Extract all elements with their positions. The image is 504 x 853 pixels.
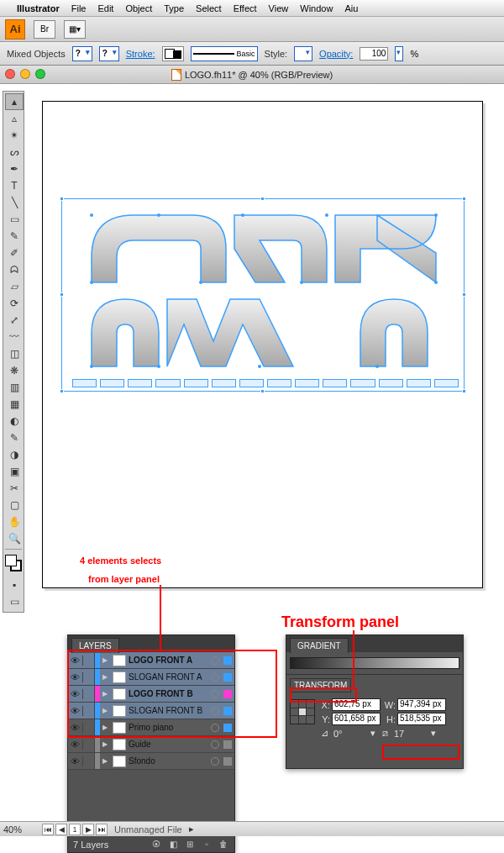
blend-tool-icon[interactable]: ◑	[5, 446, 24, 463]
lock-cell[interactable]	[83, 652, 95, 668]
column-graph-tool-icon[interactable]: ▥	[5, 379, 24, 396]
layer-name[interactable]: SLOGAN FRONT B	[129, 706, 209, 715]
menu-view[interactable]: View	[269, 3, 289, 13]
layers-tab[interactable]: LAYERS	[71, 638, 119, 653]
disclosure-icon[interactable]: ▶	[100, 757, 110, 765]
opacity-input[interactable]	[360, 47, 388, 61]
new-sublayer-icon[interactable]: ⊞	[184, 839, 196, 850]
menu-help[interactable]: Aiu	[344, 3, 358, 13]
pencil-tool-icon[interactable]: ✐	[5, 245, 24, 261]
status-dropdown-icon[interactable]: ▸	[189, 824, 194, 835]
page-input[interactable]: 1	[69, 824, 81, 835]
blob-brush-tool-icon[interactable]: ᗣ	[5, 261, 24, 278]
layer-row[interactable]: 👁▶SLOGAN FRONT B	[68, 703, 234, 719]
mesh-tool-icon[interactable]: ▦	[5, 396, 24, 413]
lasso-tool-icon[interactable]: ᔕ	[5, 144, 24, 161]
live-paint-tool-icon[interactable]: ▣	[5, 463, 24, 480]
target-icon[interactable]	[211, 673, 219, 682]
lock-cell[interactable]	[83, 703, 95, 719]
layer-name[interactable]: LOGO FRONT B	[129, 689, 209, 698]
visibility-icon[interactable]: 👁	[68, 756, 83, 766]
fill-stroke-icon[interactable]	[5, 555, 24, 573]
bridge-icon[interactable]: Br	[34, 20, 55, 39]
zoom-tool-icon[interactable]: 🔍	[5, 530, 24, 547]
menu-select[interactable]: Select	[196, 3, 222, 13]
x-input[interactable]: 602,75 px	[332, 698, 381, 711]
opacity-link[interactable]: Opacity:	[319, 49, 353, 59]
layer-name[interactable]: Primo piano	[129, 723, 209, 732]
menu-illustrator[interactable]: Illustrator	[17, 3, 60, 13]
next-icon[interactable]: ▶	[82, 824, 94, 835]
make-clipping-mask-icon[interactable]: ◧	[167, 839, 179, 850]
gradient-slider[interactable]	[290, 657, 459, 669]
paintbrush-tool-icon[interactable]: ✎	[5, 228, 24, 245]
visibility-icon[interactable]: 👁	[68, 689, 83, 699]
arrange-icon[interactable]: ▦▾	[64, 20, 86, 39]
rotate-input[interactable]: 0°	[333, 729, 367, 739]
menu-object[interactable]: Object	[125, 3, 152, 13]
shear-input[interactable]: 17	[394, 729, 428, 739]
disclosure-icon[interactable]: ▶	[100, 707, 110, 714]
locate-object-icon[interactable]: ⦿	[150, 839, 162, 850]
delete-layer-icon[interactable]: 🗑	[218, 839, 229, 850]
magic-wand-tool-icon[interactable]: ✴	[5, 127, 24, 144]
line-tool-icon[interactable]: ╲	[5, 194, 24, 211]
target-icon[interactable]	[211, 656, 219, 665]
disclosure-icon[interactable]: ▶	[100, 724, 110, 731]
zoom-icon[interactable]	[35, 69, 45, 79]
gradient-transform-panel[interactable]: GRADIENT TRANSFORM X:602,75 px Y:601,658…	[286, 634, 464, 769]
slice-tool-icon[interactable]: ✂	[5, 480, 24, 497]
scale-tool-icon[interactable]: ⤢	[5, 312, 24, 329]
h-input[interactable]: 518,535 px	[397, 713, 446, 725]
rotate-dropdown[interactable]: ▾	[370, 728, 375, 739]
menu-type[interactable]: Type	[164, 3, 184, 13]
menu-edit[interactable]: Edit	[97, 3, 113, 13]
visibility-icon[interactable]: 👁	[68, 723, 83, 733]
visibility-icon[interactable]: 👁	[68, 706, 83, 716]
opacity-dropdown[interactable]	[395, 46, 403, 61]
layer-row[interactable]: 👁▶LOGO FRONT B	[68, 686, 234, 703]
pen-tool-icon[interactable]: ✒	[5, 161, 24, 177]
new-layer-icon[interactable]: ▫	[201, 839, 213, 850]
color-mode-icon[interactable]: ▪	[5, 577, 24, 593]
layers-panel[interactable]: LAYERS 👁▶LOGO FRONT A👁▶SLOGAN FRONT A👁▶L…	[67, 634, 235, 853]
target-icon[interactable]	[211, 757, 219, 766]
target-icon[interactable]	[211, 740, 219, 749]
layer-row[interactable]: 👁▶Primo piano	[68, 719, 234, 736]
prev-icon[interactable]: ◀	[55, 824, 67, 835]
menu-effect[interactable]: Effect	[234, 3, 257, 13]
free-transform-tool-icon[interactable]: ◫	[5, 345, 24, 362]
hand-tool-icon[interactable]: ✋	[5, 513, 24, 530]
layer-name[interactable]: Guide	[129, 740, 209, 749]
layer-row[interactable]: 👁▶LOGO FRONT A	[68, 652, 234, 669]
visibility-icon[interactable]: 👁	[68, 740, 83, 750]
layer-row[interactable]: 👁▶SLOGAN FRONT A	[68, 669, 234, 686]
lock-cell[interactable]	[83, 719, 95, 735]
artboard-nav[interactable]: ⏮ ◀ 1 ▶ ⏭	[42, 824, 108, 835]
symbol-sprayer-tool-icon[interactable]: ❋	[5, 362, 24, 379]
eraser-tool-icon[interactable]: ▱	[5, 278, 24, 295]
lock-cell[interactable]	[83, 736, 95, 752]
reference-point-selector[interactable]	[290, 699, 315, 724]
target-icon[interactable]	[211, 724, 219, 732]
layer-name[interactable]: LOGO FRONT A	[129, 656, 209, 665]
disclosure-icon[interactable]: ▶	[100, 690, 110, 698]
selection-bounding-box[interactable]	[61, 198, 465, 392]
visibility-icon[interactable]: 👁	[68, 656, 83, 666]
gradient-tool-icon[interactable]: ◐	[5, 413, 24, 429]
layer-row[interactable]: 👁▶Sfondo	[68, 753, 234, 770]
selection-tool-icon[interactable]: ▴	[5, 93, 24, 110]
gradient-tab[interactable]: GRADIENT	[290, 638, 349, 653]
rotate-tool-icon[interactable]: ⟳	[5, 295, 24, 312]
warp-tool-icon[interactable]: 〰	[5, 329, 24, 345]
menu-window[interactable]: Window	[300, 3, 333, 13]
layer-name[interactable]: Sfondo	[129, 756, 209, 766]
disclosure-icon[interactable]: ▶	[100, 673, 110, 681]
disclosure-icon[interactable]: ▶	[100, 656, 110, 664]
target-icon[interactable]	[211, 690, 219, 698]
shear-dropdown[interactable]: ▾	[431, 728, 436, 739]
direct-selection-tool-icon[interactable]: ▵	[5, 110, 24, 127]
w-input[interactable]: 947,394 px	[397, 698, 446, 711]
lock-cell[interactable]	[83, 669, 95, 685]
transform-tab[interactable]: TRANSFORM	[290, 678, 351, 692]
